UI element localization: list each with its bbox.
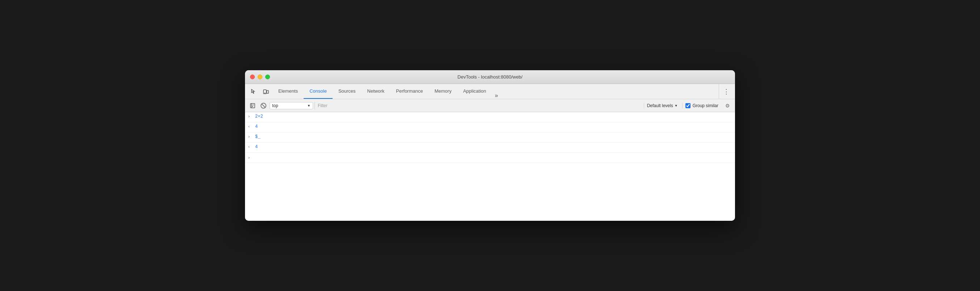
cursor-icon: [251, 89, 256, 94]
console-prompt-line[interactable]: ›: [245, 153, 735, 163]
console-output-text-2: 4: [255, 145, 258, 149]
console-input[interactable]: [255, 155, 732, 161]
console-toolbar: top ▼ Default levels ▼ Group similar ⚙: [245, 99, 735, 112]
default-levels-selector[interactable]: Default levels ▼: [644, 103, 681, 108]
tab-performance[interactable]: Performance: [390, 84, 428, 99]
filter-input[interactable]: [315, 102, 642, 110]
devtools-window: DevTools - localhost:8080/web/ Elements …: [245, 70, 735, 221]
chevron-right-icon: ›: [248, 114, 254, 119]
right-toolbar: ⋮: [717, 84, 732, 99]
group-similar-checkbox[interactable]: [686, 103, 690, 108]
titlebar: DevTools - localhost:8080/web/: [245, 70, 735, 84]
minimize-button[interactable]: [258, 75, 262, 79]
tab-bar: Elements Console Sources Network Perform…: [272, 84, 716, 99]
svg-rect-3: [250, 103, 255, 108]
console-input-text-1: 2+2: [255, 114, 263, 119]
close-button[interactable]: [250, 75, 255, 79]
svg-rect-1: [267, 91, 269, 93]
main-toolbar: Elements Console Sources Network Perform…: [245, 84, 735, 99]
clear-console-button[interactable]: [259, 101, 268, 110]
tab-sources[interactable]: Sources: [332, 84, 361, 99]
tab-network[interactable]: Network: [361, 84, 390, 99]
console-settings-button[interactable]: ⚙: [723, 101, 732, 110]
console-input-line-1: › 2+2: [245, 112, 735, 122]
sidebar-icon: [250, 103, 255, 108]
show-console-sidebar-button[interactable]: [248, 101, 257, 110]
tab-application[interactable]: Application: [457, 84, 492, 99]
tab-memory[interactable]: Memory: [429, 84, 457, 99]
group-similar-container: Group similar: [682, 103, 721, 108]
window-title: DevTools - localhost:8080/web/: [457, 74, 523, 80]
console-output-line-2: ‹ 4: [245, 143, 735, 153]
toolbar-divider: [719, 84, 719, 99]
prompt-chevron-icon: ›: [248, 155, 254, 160]
console-output-text-1: 4: [255, 124, 258, 129]
device-icon: [263, 89, 269, 94]
maximize-button[interactable]: [265, 75, 270, 79]
no-entry-icon: [261, 103, 266, 108]
console-input-line-2: › $_: [245, 132, 735, 143]
chevron-left-icon: ‹: [248, 124, 254, 129]
console-output-line-1: ‹ 4: [245, 122, 735, 132]
console-input-text-2: $_: [255, 134, 260, 139]
more-tabs-button[interactable]: »: [492, 92, 501, 99]
tab-console[interactable]: Console: [304, 84, 332, 99]
chevron-left-icon-2: ‹: [248, 145, 254, 149]
device-toolbar-button[interactable]: [260, 86, 272, 97]
chevron-right-icon-2: ›: [248, 134, 254, 139]
levels-dropdown-arrow: ▼: [675, 104, 678, 108]
more-options-button[interactable]: ⋮: [721, 86, 732, 97]
context-dropdown-arrow: ▼: [307, 104, 310, 108]
console-output: › 2+2 ‹ 4 › $_ ‹ 4 ›: [245, 112, 735, 221]
context-selector[interactable]: top ▼: [270, 102, 313, 109]
svg-marker-6: [252, 106, 253, 107]
traffic-lights: [250, 75, 270, 79]
inspect-element-button[interactable]: [248, 86, 259, 97]
tab-elements[interactable]: Elements: [272, 84, 304, 99]
